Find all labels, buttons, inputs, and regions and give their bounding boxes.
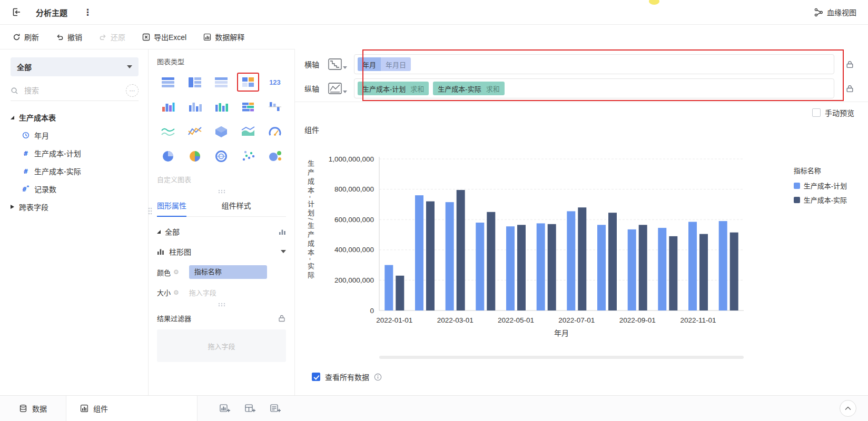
- field-aggregation: 求和: [486, 82, 505, 95]
- legend-item[interactable]: 生产成本-计划: [794, 181, 847, 191]
- gear-icon[interactable]: ⚙: [173, 268, 179, 276]
- manual-preview-checkbox[interactable]: [812, 108, 821, 117]
- y-axis-type-button[interactable]: [328, 83, 347, 94]
- field-item-count[interactable]: #* 记录数: [11, 180, 139, 198]
- chart-type-pie-chart[interactable]: [157, 147, 180, 166]
- panel-drag-handle[interactable]: [157, 303, 286, 307]
- x-axis-label: 横轴: [304, 59, 323, 69]
- x-axis-type-button[interactable]: [328, 58, 347, 70]
- chart-type-line-chart[interactable]: [184, 122, 206, 141]
- lock-icon[interactable]: [278, 314, 286, 323]
- search-input[interactable]: [23, 86, 121, 95]
- more-menu-button[interactable]: ⋮: [83, 7, 92, 18]
- color-attribute-row: 颜色 ⚙ 指标名称: [157, 265, 286, 279]
- chart-type-scatter-chart[interactable]: [237, 147, 260, 166]
- add-table-component-button[interactable]: [245, 404, 255, 413]
- chart-type-bidirectional-bar[interactable]: [263, 97, 286, 116]
- chart-type-column-chart[interactable]: [184, 97, 206, 116]
- refresh-label: 刷新: [24, 32, 39, 42]
- chart-type-stacked-bar[interactable]: [237, 97, 260, 116]
- chart-type-donut-chart[interactable]: [210, 147, 233, 166]
- svg-text:2022-05-01: 2022-05-01: [498, 316, 534, 324]
- filter-drop-zone[interactable]: 拖入字段: [157, 329, 286, 362]
- chart-type-multi-series-column[interactable]: [157, 97, 180, 116]
- svg-text:600,000,000: 600,000,000: [334, 216, 374, 224]
- database-icon: [19, 404, 27, 413]
- table-node[interactable]: 生产成本表: [11, 108, 139, 126]
- tab-component-label: 组件: [93, 403, 108, 414]
- chart-type-column-mixed[interactable]: [210, 97, 233, 116]
- view-all-checkbox[interactable]: [312, 373, 320, 381]
- y-axis-row: 纵轴 生产成本-计划 求和 生产成本-实际 求和: [304, 76, 854, 101]
- y-axis-field-region[interactable]: 生产成本-计划 求和 生产成本-实际 求和: [354, 78, 834, 98]
- svg-text:2022-09-01: 2022-09-01: [619, 316, 656, 324]
- data-explain-icon: [203, 33, 211, 41]
- section-all[interactable]: 全部: [157, 226, 286, 237]
- exit-button[interactable]: [12, 7, 21, 17]
- chart-type-cross-table[interactable]: [210, 73, 233, 92]
- chart-scrollbar[interactable]: [379, 356, 744, 359]
- chart-type-group-table[interactable]: [184, 73, 206, 92]
- data-explain-label: 数据解释: [215, 32, 244, 42]
- redo-button[interactable]: 还原: [99, 32, 125, 42]
- chart-type-bubble-chart[interactable]: [263, 147, 286, 166]
- chart-type-text-123[interactable]: 123: [263, 73, 286, 92]
- legend-item[interactable]: 生产成本-实际: [794, 195, 847, 205]
- collapse-button[interactable]: [840, 400, 856, 417]
- field-tree: 生产成本表 年月 # 生产成本-计划 # 生产成本-实际 #* 记录数: [11, 108, 139, 216]
- add-text-component-button[interactable]: [270, 404, 281, 413]
- y-field-pill-actual[interactable]: 生产成本-实际 求和: [433, 82, 504, 95]
- svg-text:0: 0: [370, 307, 374, 315]
- panel-drag-handle[interactable]: [157, 189, 286, 194]
- refresh-icon: [13, 33, 21, 41]
- add-chart-component-button[interactable]: [220, 404, 230, 413]
- chart-type-area-chart[interactable]: [237, 122, 260, 141]
- field-level: 年月日: [381, 57, 411, 71]
- refresh-button[interactable]: 刷新: [13, 32, 39, 42]
- y-axis-lock-icon[interactable]: [845, 84, 854, 93]
- svg-text:400,000,000: 400,000,000: [334, 246, 374, 254]
- redo-icon: [99, 33, 107, 41]
- view-all-label: 查看所有数据: [325, 372, 369, 382]
- chart-type-grid: 123: [157, 73, 286, 166]
- chart-type-gauge-chart[interactable]: [263, 122, 286, 141]
- field-label: 年月: [34, 130, 49, 141]
- field-item-date[interactable]: 年月: [11, 126, 139, 144]
- chart-type-range-area[interactable]: [157, 122, 180, 141]
- chart-type-detail-table[interactable]: [157, 73, 180, 92]
- chart-type-kpi-card[interactable]: [237, 73, 260, 92]
- legend-swatch-actual: [794, 197, 800, 203]
- field-name: 年月: [358, 57, 381, 71]
- export-excel-button[interactable]: 导出Excel: [142, 32, 186, 42]
- tab-component[interactable]: 组件: [66, 396, 198, 421]
- undo-button[interactable]: 撤销: [56, 32, 82, 42]
- info-icon[interactable]: [374, 373, 382, 381]
- gear-icon[interactable]: ⚙: [173, 289, 179, 296]
- chart-type-select[interactable]: 柱形图: [157, 246, 286, 257]
- more-options-button[interactable]: ⋯: [126, 84, 139, 97]
- notification-dot: [649, 0, 659, 5]
- tab-graphic-properties[interactable]: 图形属性: [157, 195, 222, 216]
- x-field-pill[interactable]: 年月 年月日: [358, 57, 411, 71]
- y-field-pill-plan[interactable]: 生产成本-计划 求和: [358, 82, 429, 95]
- field-item-plan[interactable]: # 生产成本-计划: [11, 144, 139, 162]
- x-axis-field-region[interactable]: 年月 年月日: [354, 54, 834, 74]
- cross-table-fields-node[interactable]: 跨表字段: [11, 198, 139, 216]
- x-axis-lock-icon[interactable]: [845, 60, 854, 69]
- color-field-pill[interactable]: 指标名称: [189, 265, 267, 279]
- tab-component-style[interactable]: 组件样式: [222, 195, 287, 216]
- property-tabs: 图形属性 组件样式: [157, 195, 286, 217]
- exit-icon: [12, 7, 21, 17]
- dataset-filter-select[interactable]: 全部: [11, 57, 139, 76]
- svg-text:2022-07-01: 2022-07-01: [558, 316, 595, 324]
- dataset-filter-value: 全部: [17, 62, 32, 72]
- chart-type-rose-chart[interactable]: [184, 147, 206, 166]
- chart-type-funnel-3d[interactable]: [210, 122, 233, 141]
- bar-chart-svg[interactable]: 0200,000,000400,000,000600,000,000800,00…: [322, 152, 760, 337]
- component-area: 生产成本-计划/生产成本-实际 0200,000,000400,000,0006…: [304, 136, 854, 395]
- field-item-actual[interactable]: # 生产成本-实际: [11, 162, 139, 180]
- lineage-view-button[interactable]: 血缘视图: [814, 7, 856, 17]
- data-explain-button[interactable]: 数据解释: [203, 32, 244, 42]
- svg-text:800,000,000: 800,000,000: [334, 185, 374, 193]
- tab-data[interactable]: 数据: [0, 396, 66, 421]
